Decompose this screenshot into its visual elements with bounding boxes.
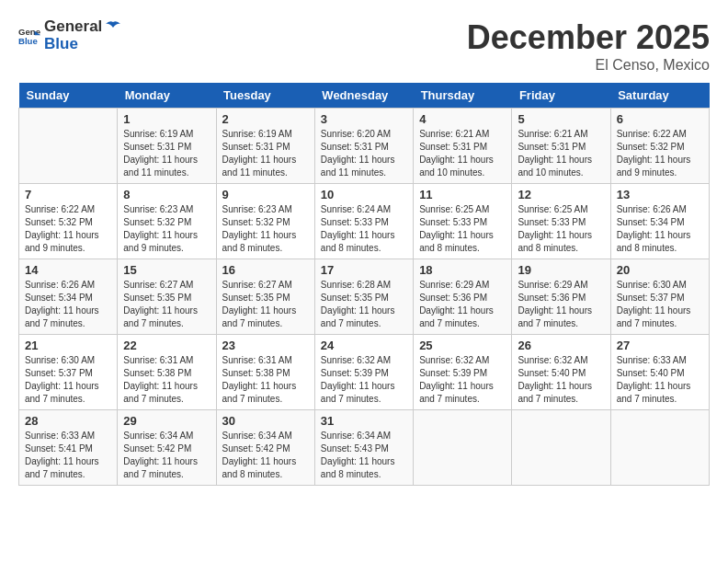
day-number: 7 xyxy=(25,188,111,201)
day-info: Sunrise: 6:25 AMSunset: 5:33 PMDaylight:… xyxy=(419,203,506,255)
logo-blue: Blue xyxy=(44,36,122,53)
calendar-cell: 14Sunrise: 6:26 AMSunset: 5:34 PMDayligh… xyxy=(19,259,118,335)
day-number: 3 xyxy=(321,112,407,126)
day-number: 2 xyxy=(222,112,309,126)
calendar-cell: 8Sunrise: 6:23 AMSunset: 5:32 PMDaylight… xyxy=(118,184,216,259)
logo-general: General xyxy=(44,18,102,36)
calendar-cell: 5Sunrise: 6:21 AMSunset: 5:31 PMDaylight… xyxy=(512,109,610,184)
day-number: 12 xyxy=(518,188,604,201)
day-info: Sunrise: 6:32 AMSunset: 5:40 PMDaylight:… xyxy=(518,354,604,406)
calendar-cell: 16Sunrise: 6:27 AMSunset: 5:35 PMDayligh… xyxy=(216,259,314,335)
location-title: El Censo, Mexico xyxy=(467,57,710,74)
calendar-cell: 9Sunrise: 6:23 AMSunset: 5:32 PMDaylight… xyxy=(216,184,314,259)
calendar-cell: 10Sunrise: 6:24 AMSunset: 5:33 PMDayligh… xyxy=(314,184,413,259)
calendar-cell: 21Sunrise: 6:30 AMSunset: 5:37 PMDayligh… xyxy=(19,335,118,410)
day-info: Sunrise: 6:29 AMSunset: 5:36 PMDaylight:… xyxy=(419,279,506,330)
header-saturday: Saturday xyxy=(610,83,709,109)
header-friday: Friday xyxy=(512,83,610,109)
calendar-cell: 6Sunrise: 6:22 AMSunset: 5:32 PMDaylight… xyxy=(610,109,709,184)
day-info: Sunrise: 6:34 AMSunset: 5:42 PMDaylight:… xyxy=(222,430,309,481)
logo-bird-icon xyxy=(104,20,122,33)
day-number: 30 xyxy=(222,414,309,428)
day-number: 1 xyxy=(123,112,210,126)
day-number: 11 xyxy=(419,188,506,201)
day-info: Sunrise: 6:31 AMSunset: 5:38 PMDaylight:… xyxy=(222,354,309,406)
day-number: 6 xyxy=(617,112,703,126)
day-number: 25 xyxy=(419,339,506,352)
day-number: 31 xyxy=(321,414,407,428)
day-number: 20 xyxy=(617,263,703,277)
day-number: 28 xyxy=(25,414,111,428)
day-info: Sunrise: 6:22 AMSunset: 5:32 PMDaylight:… xyxy=(25,203,111,255)
day-info: Sunrise: 6:24 AMSunset: 5:33 PMDaylight:… xyxy=(321,203,407,255)
day-number: 16 xyxy=(222,263,309,277)
day-number: 8 xyxy=(123,188,210,201)
calendar-cell: 30Sunrise: 6:34 AMSunset: 5:42 PMDayligh… xyxy=(216,410,314,486)
calendar-cell: 25Sunrise: 6:32 AMSunset: 5:39 PMDayligh… xyxy=(414,335,512,410)
day-number: 4 xyxy=(419,112,506,126)
day-number: 21 xyxy=(25,339,111,352)
day-number: 24 xyxy=(321,339,407,352)
calendar-week-row: 7Sunrise: 6:22 AMSunset: 5:32 PMDaylight… xyxy=(19,184,710,259)
day-number: 13 xyxy=(617,188,703,201)
day-info: Sunrise: 6:33 AMSunset: 5:40 PMDaylight:… xyxy=(617,354,703,406)
day-number: 19 xyxy=(518,263,604,277)
calendar-table: SundayMondayTuesdayWednesdayThursdayFrid… xyxy=(18,83,710,486)
header-thursday: Thursday xyxy=(414,83,512,109)
calendar-cell: 18Sunrise: 6:29 AMSunset: 5:36 PMDayligh… xyxy=(414,259,512,335)
calendar-cell: 26Sunrise: 6:32 AMSunset: 5:40 PMDayligh… xyxy=(512,335,610,410)
calendar-cell: 3Sunrise: 6:20 AMSunset: 5:31 PMDaylight… xyxy=(314,109,413,184)
calendar-cell: 24Sunrise: 6:32 AMSunset: 5:39 PMDayligh… xyxy=(314,335,413,410)
header-wednesday: Wednesday xyxy=(314,83,413,109)
header-monday: Monday xyxy=(118,83,216,109)
day-info: Sunrise: 6:21 AMSunset: 5:31 PMDaylight:… xyxy=(518,128,604,179)
page-header: General Blue General Blue December 2025 … xyxy=(18,18,710,74)
day-info: Sunrise: 6:22 AMSunset: 5:32 PMDaylight:… xyxy=(617,128,703,179)
calendar-cell: 13Sunrise: 6:26 AMSunset: 5:34 PMDayligh… xyxy=(610,184,709,259)
calendar-header-row: SundayMondayTuesdayWednesdayThursdayFrid… xyxy=(19,83,710,109)
day-info: Sunrise: 6:20 AMSunset: 5:31 PMDaylight:… xyxy=(321,128,407,179)
day-info: Sunrise: 6:27 AMSunset: 5:35 PMDaylight:… xyxy=(123,279,210,330)
day-info: Sunrise: 6:29 AMSunset: 5:36 PMDaylight:… xyxy=(518,279,604,330)
calendar-week-row: 14Sunrise: 6:26 AMSunset: 5:34 PMDayligh… xyxy=(19,259,710,335)
day-number: 14 xyxy=(25,263,111,277)
day-info: Sunrise: 6:28 AMSunset: 5:35 PMDaylight:… xyxy=(321,279,407,330)
calendar-cell: 19Sunrise: 6:29 AMSunset: 5:36 PMDayligh… xyxy=(512,259,610,335)
svg-text:Blue: Blue xyxy=(18,35,38,45)
day-info: Sunrise: 6:30 AMSunset: 5:37 PMDaylight:… xyxy=(25,354,111,406)
logo-icon: General Blue xyxy=(18,25,40,47)
day-info: Sunrise: 6:32 AMSunset: 5:39 PMDaylight:… xyxy=(419,354,506,406)
month-title: December 2025 xyxy=(467,18,710,57)
day-info: Sunrise: 6:31 AMSunset: 5:38 PMDaylight:… xyxy=(123,354,210,406)
calendar-cell: 29Sunrise: 6:34 AMSunset: 5:42 PMDayligh… xyxy=(118,410,216,486)
day-info: Sunrise: 6:21 AMSunset: 5:31 PMDaylight:… xyxy=(419,128,506,179)
day-info: Sunrise: 6:27 AMSunset: 5:35 PMDaylight:… xyxy=(222,279,309,330)
calendar-week-row: 1Sunrise: 6:19 AMSunset: 5:31 PMDaylight… xyxy=(19,109,710,184)
calendar-cell: 4Sunrise: 6:21 AMSunset: 5:31 PMDaylight… xyxy=(414,109,512,184)
calendar-cell: 1Sunrise: 6:19 AMSunset: 5:31 PMDaylight… xyxy=(118,109,216,184)
day-number: 18 xyxy=(419,263,506,277)
day-number: 22 xyxy=(123,339,210,352)
day-number: 27 xyxy=(617,339,703,352)
header-sunday: Sunday xyxy=(19,83,118,109)
logo: General Blue General Blue xyxy=(18,18,122,52)
day-info: Sunrise: 6:26 AMSunset: 5:34 PMDaylight:… xyxy=(25,279,111,330)
header-tuesday: Tuesday xyxy=(216,83,314,109)
calendar-cell xyxy=(610,410,709,486)
day-number: 5 xyxy=(518,112,604,126)
calendar-cell: 22Sunrise: 6:31 AMSunset: 5:38 PMDayligh… xyxy=(118,335,216,410)
calendar-cell: 20Sunrise: 6:30 AMSunset: 5:37 PMDayligh… xyxy=(610,259,709,335)
calendar-cell: 12Sunrise: 6:25 AMSunset: 5:33 PMDayligh… xyxy=(512,184,610,259)
day-info: Sunrise: 6:23 AMSunset: 5:32 PMDaylight:… xyxy=(222,203,309,255)
day-info: Sunrise: 6:34 AMSunset: 5:43 PMDaylight:… xyxy=(321,430,407,481)
calendar-cell: 27Sunrise: 6:33 AMSunset: 5:40 PMDayligh… xyxy=(610,335,709,410)
calendar-cell: 17Sunrise: 6:28 AMSunset: 5:35 PMDayligh… xyxy=(314,259,413,335)
calendar-cell: 2Sunrise: 6:19 AMSunset: 5:31 PMDaylight… xyxy=(216,109,314,184)
day-info: Sunrise: 6:19 AMSunset: 5:31 PMDaylight:… xyxy=(222,128,309,179)
calendar-cell: 23Sunrise: 6:31 AMSunset: 5:38 PMDayligh… xyxy=(216,335,314,410)
day-number: 9 xyxy=(222,188,309,201)
calendar-cell: 11Sunrise: 6:25 AMSunset: 5:33 PMDayligh… xyxy=(414,184,512,259)
calendar-cell: 31Sunrise: 6:34 AMSunset: 5:43 PMDayligh… xyxy=(314,410,413,486)
title-section: December 2025 El Censo, Mexico xyxy=(467,18,710,74)
day-info: Sunrise: 6:32 AMSunset: 5:39 PMDaylight:… xyxy=(321,354,407,406)
